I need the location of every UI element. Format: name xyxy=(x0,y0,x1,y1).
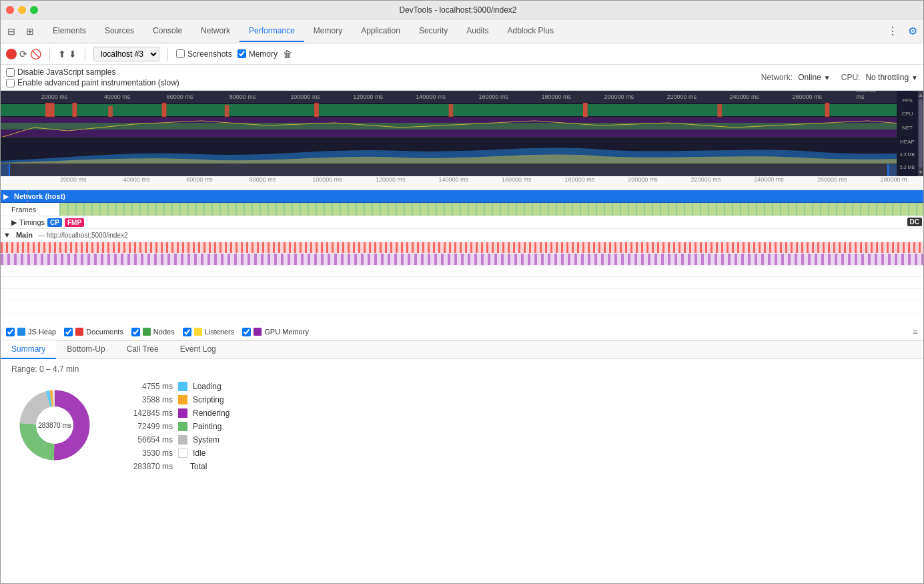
main-thread-header[interactable]: ▼ Main — http://localhost:5000/index2 xyxy=(1,229,923,242)
tab-console[interactable]: Console xyxy=(143,21,191,42)
range-right-handle[interactable] xyxy=(887,164,897,176)
screenshots-checkbox-label[interactable]: Screenshots xyxy=(176,49,232,59)
flame-ruler-160k: 160000 ms xyxy=(502,176,532,183)
reload-record-button[interactable]: ⟳ xyxy=(19,49,27,59)
range-left-handle[interactable] xyxy=(1,164,10,176)
main-url: — http://localhost:5000/index2 xyxy=(35,232,131,239)
legend-nodes-checkbox[interactable] xyxy=(131,328,140,336)
timings-row: ▶ Timings CP FMP DC xyxy=(1,216,923,229)
tab-security[interactable]: Security xyxy=(410,21,457,42)
tab-call-tree[interactable]: Call Tree xyxy=(116,340,169,359)
scroll-thumb[interactable] xyxy=(919,99,923,168)
top-nav: ⊟ ⊞ Elements Sources Console Network Per… xyxy=(1,19,923,43)
cpu-throttle-group[interactable]: CPU: No throttling ▼ xyxy=(841,73,918,82)
legend-documents[interactable]: Documents xyxy=(64,328,123,336)
legend-js-heap-label: JS Heap xyxy=(28,328,56,336)
network-host-row[interactable]: ▶ Network (host) xyxy=(1,190,923,203)
disable-js-label[interactable]: Disable JavaScript samples xyxy=(6,67,179,77)
network-throttle-group[interactable]: Network: Online ▼ xyxy=(761,73,831,82)
legend-menu-icon[interactable]: ≡ xyxy=(913,326,918,337)
frames-bars xyxy=(59,203,923,215)
enable-paint-checkbox[interactable] xyxy=(6,79,15,87)
disable-js-checkbox[interactable] xyxy=(6,68,15,77)
legend-nodes-label: Nodes xyxy=(153,328,175,336)
overview-chart[interactable]: 20000 ms 40000 ms 60000 ms 80000 ms 1000… xyxy=(1,91,897,176)
summary-label-1: Scripting xyxy=(193,395,224,404)
memory-track xyxy=(1,137,897,164)
net-label: NET xyxy=(898,125,917,131)
fps-track xyxy=(1,103,897,117)
cpu-track xyxy=(1,117,897,137)
empty-row4 xyxy=(1,300,923,312)
legend-documents-checkbox[interactable] xyxy=(64,328,73,336)
svg-rect-4 xyxy=(162,103,167,117)
flame-ruler-220k: 220000 ms xyxy=(691,176,721,183)
tab-application[interactable]: Application xyxy=(352,21,410,42)
svg-rect-3 xyxy=(108,106,113,117)
svg-rect-10 xyxy=(825,103,830,117)
delete-profile-button[interactable]: 🗑 xyxy=(283,49,292,59)
tab-elements[interactable]: Elements xyxy=(43,21,95,42)
options-right: Network: Online ▼ CPU: No throttling ▼ xyxy=(761,73,918,82)
close-button[interactable] xyxy=(6,6,14,14)
overview-scrollbar[interactable]: ▲ ▼ xyxy=(918,91,923,176)
tab-performance[interactable]: Performance xyxy=(240,21,304,42)
legend-gpu-memory[interactable]: GPU Memory xyxy=(242,328,309,336)
profile-selector[interactable]: localhost #3 xyxy=(93,47,159,61)
download-button[interactable]: ⬇ xyxy=(69,49,77,59)
upload-button[interactable]: ⬆ xyxy=(58,49,66,59)
summary-label-5: Idle xyxy=(193,449,205,458)
cpu-dropdown-arrow: ▼ xyxy=(911,74,918,81)
window-controls xyxy=(6,6,38,14)
scroll-down[interactable]: ▼ xyxy=(917,168,924,176)
record-button[interactable] xyxy=(6,49,17,59)
network-host-expand[interactable]: ▶ xyxy=(1,192,11,201)
flame-ruler-row: 20000 ms 40000 ms 60000 ms 80000 ms 1000… xyxy=(1,176,923,190)
maximize-button[interactable] xyxy=(30,6,38,14)
tab-bottom-up[interactable]: Bottom-Up xyxy=(56,340,115,359)
undock-icon[interactable]: ⊞ xyxy=(22,23,38,39)
size1-label: 4.3 MB xyxy=(898,152,917,157)
ruler-40k: 40000 ms xyxy=(104,93,131,100)
legend-documents-label: Documents xyxy=(86,328,123,336)
tab-sources[interactable]: Sources xyxy=(95,21,143,42)
tab-event-log[interactable]: Event Log xyxy=(169,340,227,359)
legend-listeners[interactable]: Listeners xyxy=(183,328,235,336)
memory-checkbox-label[interactable]: Memory xyxy=(238,49,278,59)
main-thread-bars2 xyxy=(1,254,923,264)
dock-icon[interactable]: ⊟ xyxy=(3,23,19,39)
empty-row1 xyxy=(1,266,923,277)
enable-paint-label[interactable]: Enable advanced paint instrumentation (s… xyxy=(6,78,179,87)
legend-js-heap-checkbox[interactable] xyxy=(6,328,15,336)
legend-js-heap[interactable]: JS Heap xyxy=(6,328,56,336)
tab-adblock[interactable]: Adblock Plus xyxy=(498,21,563,42)
toolbar-upload-group: ⬆ ⬇ xyxy=(58,49,77,59)
summary-ms-3: 72499 ms xyxy=(119,422,173,431)
tab-audits[interactable]: Audits xyxy=(457,21,498,42)
ruler-220k: 220000 ms xyxy=(666,93,697,100)
clear-button[interactable]: 🚫 xyxy=(30,49,41,59)
scroll-up[interactable]: ▲ xyxy=(917,91,924,99)
summary-row-6: 283870 ms Total xyxy=(119,462,229,471)
timing-cp-badge: CP xyxy=(47,218,62,227)
svg-rect-1 xyxy=(45,103,54,117)
main-expand[interactable]: ▼ xyxy=(1,231,13,239)
legend-listeners-checkbox[interactable] xyxy=(183,328,191,336)
memory-checkbox[interactable] xyxy=(238,49,246,58)
more-tabs-button[interactable]: ⋮ xyxy=(885,23,901,39)
flame-chart-area: ▶ Network (host) Frames ▶ Timings CP FMP… xyxy=(1,190,923,324)
screenshots-checkbox[interactable] xyxy=(176,49,185,58)
minimize-button[interactable] xyxy=(18,6,26,14)
settings-button[interactable]: ⚙ xyxy=(905,23,921,39)
overview-minimap[interactable] xyxy=(1,164,897,176)
fps-label: FPS xyxy=(898,97,917,103)
legend-gpu-memory-checkbox[interactable] xyxy=(242,328,251,336)
legend-nodes[interactable]: Nodes xyxy=(131,328,175,336)
tab-summary[interactable]: Summary xyxy=(1,340,56,359)
timings-expand[interactable]: ▶ xyxy=(11,218,17,227)
frames-label: Frames xyxy=(6,206,59,214)
svg-rect-7 xyxy=(449,104,454,117)
tab-network[interactable]: Network xyxy=(191,21,240,42)
toolbar-sep-2 xyxy=(85,47,85,61)
tab-memory[interactable]: Memory xyxy=(304,21,352,42)
